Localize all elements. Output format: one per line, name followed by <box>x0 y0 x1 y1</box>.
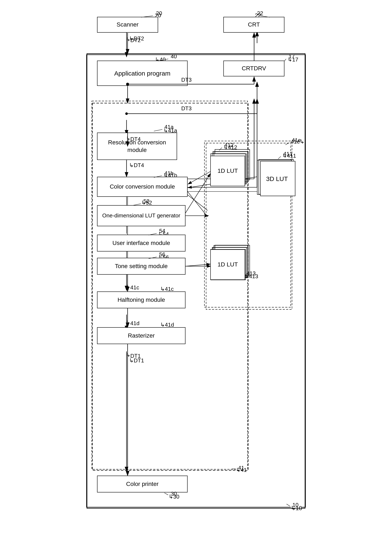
svg-text:40: 40 <box>171 53 177 60</box>
svg-rect-27 <box>87 54 305 508</box>
crtdrv-box: CRTDRV <box>223 61 284 76</box>
svg-line-85 <box>285 143 289 145</box>
svg-line-45 <box>188 171 210 184</box>
svg-line-47 <box>186 264 210 266</box>
lut-1d-top-box: 1D LUT <box>210 156 245 186</box>
svg-line-69 <box>154 129 162 131</box>
crt-box: CRT <box>223 17 284 33</box>
ref-411: ↳411 <box>282 153 296 159</box>
one-dim-lut-box: One-dimensional LUT generator <box>97 205 186 226</box>
rasterizer-box: Rasterizer <box>97 327 186 344</box>
halftoning-box: Halftoning module <box>97 292 186 308</box>
svg-text:↳: ↳ <box>126 319 130 325</box>
svg-line-81 <box>278 156 281 159</box>
dt2-label: ↳DT2 <box>129 35 144 42</box>
color-conv-box: Color conversion module <box>97 177 188 197</box>
svg-text:41d: 41d <box>130 320 139 326</box>
res-conv-box: Resolution conversion module <box>97 132 177 160</box>
ref-30: ↳30 <box>169 494 179 500</box>
svg-text:↳: ↳ <box>126 284 130 289</box>
diagram: 20 Scanner 22 CRT ↳DT2 ↳10 ↳40 Applicati… <box>80 8 312 545</box>
dt3-label: DT3 <box>181 105 192 112</box>
ref-crtdrv: ↳17 <box>288 56 298 63</box>
svg-line-44 <box>186 174 210 213</box>
ref-41: ↳41 <box>236 467 247 473</box>
svg-rect-2 <box>86 55 306 507</box>
tone-setting-box: Tone setting module <box>97 258 186 275</box>
dt1-label: ↳DT1 <box>129 357 144 364</box>
dt4-label: ↳DT4 <box>129 162 144 169</box>
svg-line-67 <box>284 59 286 61</box>
ref-41e: 41e↳ <box>291 139 305 145</box>
svg-line-91 <box>287 504 290 506</box>
svg-line-79 <box>219 147 222 150</box>
ref-412: ↳412 <box>223 144 237 151</box>
svg-text:41c: 41c <box>130 284 139 291</box>
svg-point-14 <box>125 112 128 115</box>
lut-3d-box: 3D LUT <box>257 160 292 195</box>
ref-10: ↳10 <box>291 505 302 512</box>
app-program-box: Application program <box>97 61 188 86</box>
color-printer-box: Color printer <box>97 476 188 493</box>
scanner-box: Scanner <box>97 17 158 33</box>
svg-line-89 <box>165 493 168 495</box>
lut-1d-bot-box: 1D LUT <box>210 249 245 280</box>
user-iface-box: User interface module <box>97 235 186 252</box>
svg-text:↳: ↳ <box>126 352 130 358</box>
